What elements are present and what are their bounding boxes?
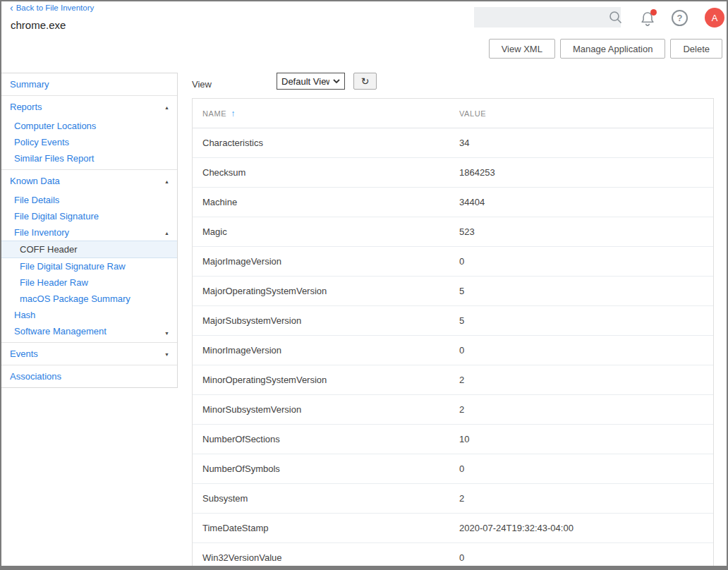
expand-triangle-icon[interactable]: ▼ xyxy=(164,327,169,338)
table-row: MinorImageVersion0 xyxy=(193,336,713,365)
row-name-cell: Win32VersionValue xyxy=(193,552,459,563)
help-icon[interactable]: ? xyxy=(672,10,688,26)
row-name-cell: MinorSubsystemVersion xyxy=(193,404,459,415)
row-value-cell: 5 xyxy=(459,315,713,326)
sidebar-item-reports[interactable]: Reports▲ xyxy=(1,95,177,118)
table-row: MajorOperatingSystemVersion5 xyxy=(193,277,713,306)
row-name-cell: MinorOperatingSystemVersion xyxy=(193,375,459,385)
action-buttons: View XML Manage Application Delete xyxy=(489,39,722,59)
row-name-cell: MajorImageVersion xyxy=(193,256,459,267)
table-row: MajorSubsystemVersion5 xyxy=(193,306,713,336)
chevron-left-icon: ‹ xyxy=(10,4,13,12)
sidebar-item-label: File Digital Signature xyxy=(14,211,99,222)
row-value-cell: 2 xyxy=(459,493,713,504)
back-link-label: Back to File Inventory xyxy=(16,4,95,12)
row-name-cell: NumberOfSymbols xyxy=(193,463,459,474)
row-value-cell: 10 xyxy=(459,434,713,444)
sidebar-item-label: Similar Files Report xyxy=(14,153,94,164)
row-name-cell: MajorOperatingSystemVersion xyxy=(193,286,459,296)
table-row: Subsystem2 xyxy=(193,484,713,514)
row-value-cell: 2 xyxy=(459,375,713,385)
sidebar-item-file-digital-signature[interactable]: File Digital Signature xyxy=(1,208,177,224)
row-value-cell: 0 xyxy=(459,552,713,563)
delete-button[interactable]: Delete xyxy=(670,39,722,59)
search-icon[interactable] xyxy=(608,10,624,25)
column-header-name[interactable]: NAME↑ xyxy=(193,109,459,119)
row-value-cell: 0 xyxy=(459,256,713,267)
sidebar-item-summary[interactable]: Summary xyxy=(1,73,177,95)
sidebar-item-label: Associations xyxy=(10,371,61,382)
sidebar-item-file-details[interactable]: File Details xyxy=(1,192,177,208)
expand-triangle-icon[interactable]: ▼ xyxy=(164,348,169,359)
sidebar-item-label: Summary xyxy=(10,79,49,90)
sidebar-item-file-inventory[interactable]: File Inventory▲ xyxy=(1,224,177,241)
sidebar-item-file-header-raw[interactable]: File Header Raw xyxy=(1,274,177,291)
row-value-cell: 5 xyxy=(459,286,713,296)
sort-ascending-icon: ↑ xyxy=(231,109,235,119)
view-label: View xyxy=(192,79,212,90)
row-name-cell: Magic xyxy=(193,226,459,237)
column-header-value[interactable]: VALUE xyxy=(459,109,713,118)
sidebar-item-file-digital-signature-raw[interactable]: File Digital Signature Raw xyxy=(1,258,177,274)
table-row: TimeDateStamp2020-07-24T19:32:43-04:00 xyxy=(193,514,713,543)
sidebar-item-associations[interactable]: Associations xyxy=(1,365,177,387)
notifications-bell-icon[interactable] xyxy=(638,9,657,28)
sidebar-item-label: Events xyxy=(10,348,38,359)
table-row: Characteristics34 xyxy=(193,128,713,158)
sidebar-item-label: File Inventory xyxy=(14,227,69,238)
row-name-cell: Characteristics xyxy=(193,138,459,148)
sidebar-nav: SummaryReports▲Computer LocationsPolicy … xyxy=(1,73,178,388)
row-value-cell: 0 xyxy=(459,345,713,356)
row-name-cell: Machine xyxy=(193,197,459,207)
collapse-triangle-icon[interactable]: ▲ xyxy=(164,102,169,112)
row-value-cell: 0 xyxy=(459,463,713,474)
sidebar-item-events[interactable]: Events▼ xyxy=(1,342,177,365)
sidebar-item-label: macOS Package Summary xyxy=(20,293,131,304)
sidebar-item-label: File Details xyxy=(14,195,59,205)
row-value-cell: 2020-07-24T19:32:43-04:00 xyxy=(459,523,713,533)
search-box xyxy=(474,7,621,28)
search-input[interactable] xyxy=(474,7,608,28)
sidebar-item-policy-events[interactable]: Policy Events xyxy=(1,134,177,150)
user-avatar[interactable]: A xyxy=(705,8,724,28)
sidebar-item-similar-files-report[interactable]: Similar Files Report xyxy=(1,150,177,169)
table-row: NumberOfSymbols0 xyxy=(193,454,713,484)
app-window: ‹ Back to File Inventory chrome.exe ? A … xyxy=(0,0,728,570)
sidebar-item-coff-header[interactable]: COFF Header xyxy=(1,241,177,258)
sidebar-item-label: File Digital Signature Raw xyxy=(20,261,126,272)
table-row: NumberOfSections10 xyxy=(193,425,713,454)
sidebar-item-computer-locations[interactable]: Computer Locations xyxy=(1,118,177,134)
row-value-cell: 34 xyxy=(459,138,713,148)
row-name-cell: NumberOfSections xyxy=(193,434,459,444)
notification-badge-dot xyxy=(650,9,657,16)
page-title: chrome.exe xyxy=(11,19,66,31)
viewer-select[interactable]: Default Viewer xyxy=(277,73,345,90)
table-row: MinorSubsystemVersion2 xyxy=(193,395,713,425)
sidebar-item-macos-package-summary[interactable]: macOS Package Summary xyxy=(1,291,177,307)
manage-application-button[interactable]: Manage Application xyxy=(560,39,665,59)
row-value-cell: 1864253 xyxy=(459,167,713,178)
viewer-select-value: Default Viewer xyxy=(281,76,329,87)
table-row: Magic523 xyxy=(193,217,713,247)
collapse-triangle-icon[interactable]: ▲ xyxy=(164,176,169,186)
sidebar-item-label: Computer Locations xyxy=(14,121,96,131)
row-name-cell: Subsystem xyxy=(193,493,459,504)
refresh-button[interactable]: ↻ xyxy=(353,73,377,90)
sidebar-item-label: Hash xyxy=(14,310,35,320)
sidebar-item-label: Software Management xyxy=(14,326,107,336)
table-row: Checksum1864253 xyxy=(193,158,713,188)
row-name-cell: MajorSubsystemVersion xyxy=(193,315,459,326)
row-value-cell: 34404 xyxy=(459,197,713,207)
sidebar-item-hash[interactable]: Hash xyxy=(1,307,177,323)
row-value-cell: 2 xyxy=(459,404,713,415)
sidebar-item-known-data[interactable]: Known Data▲ xyxy=(1,169,177,192)
table-header-row: NAME↑ VALUE xyxy=(193,99,713,128)
row-name-cell: Checksum xyxy=(193,167,459,178)
collapse-triangle-icon[interactable]: ▲ xyxy=(164,227,169,238)
sidebar-item-label: Reports xyxy=(10,102,42,112)
sidebar-item-software-management[interactable]: Software Management▼ xyxy=(1,323,177,342)
table-row: MinorOperatingSystemVersion2 xyxy=(193,365,713,395)
row-name-cell: TimeDateStamp xyxy=(193,523,459,533)
back-to-file-inventory-link[interactable]: ‹ Back to File Inventory xyxy=(10,4,94,12)
view-xml-button[interactable]: View XML xyxy=(489,39,555,59)
